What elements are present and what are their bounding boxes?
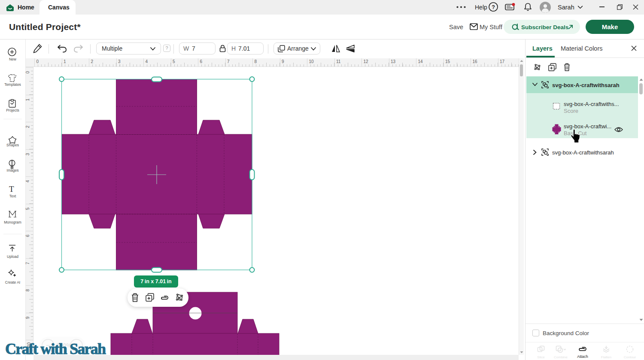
svg-text:?: ?	[492, 4, 495, 10]
